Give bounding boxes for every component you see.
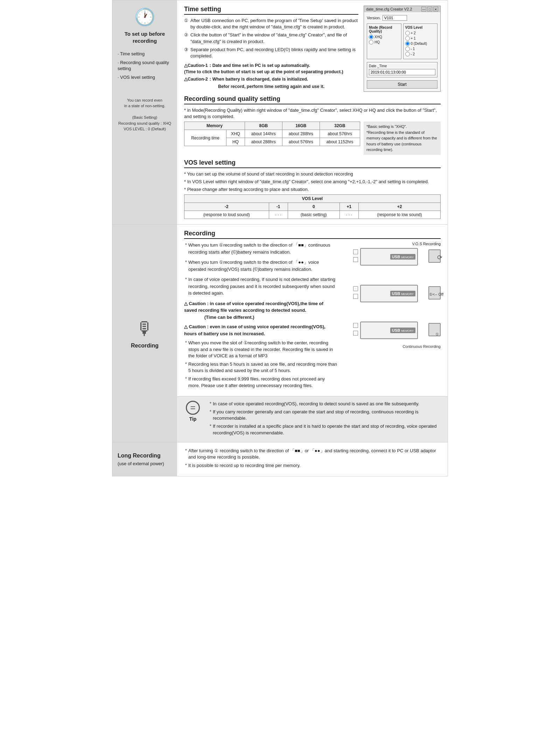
off-label: ①<-- Off xyxy=(429,292,443,297)
vos-m2-label: - 2 xyxy=(411,52,415,56)
start-button[interactable]: Start xyxy=(367,80,438,89)
btn-sq-1b xyxy=(353,257,358,262)
vos-col-m2: -2 xyxy=(184,203,269,211)
vos-m1-radio[interactable] xyxy=(405,47,410,51)
usb-body-3: USB MEMORY xyxy=(360,322,418,339)
long-recording-title: Long Recording xyxy=(118,452,172,460)
extra-bullet-1: When you move the slot of ①recording swi… xyxy=(184,340,337,359)
setup-main-content: Time setting ① After USB connection on P… xyxy=(177,0,448,224)
long-recording-content: After turning ① recording switch to the … xyxy=(177,442,448,476)
xhq-radio-row: XHQ xyxy=(369,35,399,39)
version-input[interactable] xyxy=(383,15,407,21)
section-setup: 🕐 To set up before recording · Time sett… xyxy=(112,0,448,225)
vos-0-radio[interactable] xyxy=(405,41,410,46)
tip-content: In case of voice operated recording(VOS)… xyxy=(209,401,441,438)
vos-0-row: 0 (Default) xyxy=(405,41,436,46)
diagram-off: USB MEMORY ①<-- Off xyxy=(350,278,441,310)
vos-m2-radio[interactable] xyxy=(405,52,410,56)
vos-p1-row: + 1 xyxy=(405,36,436,41)
cell-hq-32gb: about 1152hrs xyxy=(320,138,360,146)
vos-val-p1: · · · xyxy=(340,211,358,219)
dialog-close-button[interactable]: ✕ xyxy=(433,7,438,12)
vos-panel-title: VOS Level xyxy=(405,26,436,29)
xhq-radio[interactable] xyxy=(369,35,373,39)
vos-section: VOS level setting * You can set up the v… xyxy=(184,159,441,219)
tip-label: Tip xyxy=(189,416,197,422)
dialog-box: date_time.cfg Creator V2.2 — □ ✕ Version… xyxy=(364,6,441,92)
long-recording-subtitle: (use of external power) xyxy=(118,461,172,466)
vos-p2-label: + 2 xyxy=(411,31,416,35)
caution-vos-1: △ Caution : in case of voice operated re… xyxy=(184,300,337,321)
microphone-icon: 🎙 xyxy=(136,318,154,339)
caution-2: △Caution-2：When battery is discharged, d… xyxy=(184,76,358,83)
vos-p1-label: + 1 xyxy=(411,36,416,40)
vos-col-0: 0 xyxy=(288,203,340,211)
recording-text: ＊ When you turn ①recording switch to the… xyxy=(184,242,337,391)
time-setting-steps: ① After USB connection on PC, perform th… xyxy=(184,18,358,59)
btn-sq-3a xyxy=(353,323,358,328)
date-label: Date _Time xyxy=(369,64,435,68)
dialog-titlebar: date_time.cfg Creator V2.2 — □ ✕ xyxy=(364,6,440,12)
btn-sq-3b xyxy=(353,331,358,336)
vos-val-m1: · · · xyxy=(269,211,288,219)
vos-m1-label: - 1 xyxy=(411,47,415,51)
vos-panel: VOS Level + 2 + 1 0 (Defau xyxy=(403,23,438,59)
switch-num-3: ① xyxy=(435,332,439,337)
vos-val-0: (basic setting) xyxy=(288,211,340,219)
step-1: ① After USB connection on PC, perform th… xyxy=(184,18,358,30)
usb-buttons-1 xyxy=(353,249,358,262)
dialog-body: Version. Mode (Record Quality) XHQ xyxy=(364,12,440,91)
usb-label-2: USB MEMORY xyxy=(390,291,415,296)
xhq-label: XHQ xyxy=(374,35,382,39)
clock-icon: 🕐 xyxy=(134,7,155,27)
cell-xhq-32gb: about 576hrs xyxy=(320,130,360,138)
vos-m2-row: - 2 xyxy=(405,52,436,56)
dialog-buttons: — □ ✕ xyxy=(421,7,438,12)
dialog-minimize-button[interactable]: — xyxy=(421,7,426,12)
cell-xhq-16gb: about 288hrs xyxy=(282,130,320,138)
col-memory: Memory xyxy=(184,122,245,130)
dialog-version-row: Version. xyxy=(367,15,438,21)
vos-p1-radio[interactable] xyxy=(405,36,410,41)
sidebar-note: You can record evenin a state of non-set… xyxy=(118,97,171,132)
equals-icon: = xyxy=(186,401,200,415)
extra-bullet-2: Recording less than 5 hours is saved as … xyxy=(184,361,337,374)
hq-radio-row: HQ xyxy=(369,40,399,44)
vos-table: VOS Level -2 -1 0 +1 +2 (response to lou… xyxy=(184,194,441,219)
quality-table: Memory 8GB 16GB 32GB Recording time XHQ … xyxy=(184,122,360,146)
time-setting-text: Time setting ① After USB connection on P… xyxy=(184,6,358,92)
btn-sq-2a xyxy=(353,286,358,291)
mode-panel: Mode (Record Quality) XHQ HQ xyxy=(367,23,401,59)
col-16gb: 16GB xyxy=(282,122,320,130)
recording-content: Recording ＊ When you turn ①recording swi… xyxy=(177,225,448,396)
date-input[interactable] xyxy=(369,69,435,75)
time-setting-title: Time setting xyxy=(184,6,358,15)
table-row-xhq: Recording time XHQ about 144hrs about 28… xyxy=(184,130,360,138)
quality-table-row: Memory 8GB 16GB 32GB Recording time XHQ … xyxy=(184,122,441,155)
dialog-title: date_time.cfg Creator V2.2 xyxy=(366,7,412,11)
vos-p2-radio[interactable] xyxy=(405,31,410,35)
tip-section: = Tip In case of voice operated recordin… xyxy=(177,396,448,442)
quality-note: *Basic setting is "XHQ". *Recording time… xyxy=(364,122,441,155)
vos-col-p2: +2 xyxy=(358,203,440,211)
cell-xhq: XHQ xyxy=(226,130,245,138)
switch-arrow-1: ⟳ xyxy=(437,254,442,261)
quality-title: Recording sound quality setting xyxy=(184,95,441,104)
recording-bullet-3: ＊ In case of voice operated recording, i… xyxy=(184,276,337,297)
section-recording: 🎙 Recording Recording ＊ When you turn ①r… xyxy=(112,225,448,442)
vos-title: VOS level setting xyxy=(184,159,441,168)
usb-body-1: USB MEMORY xyxy=(360,248,418,266)
vos-p2-row: + 2 xyxy=(405,31,436,35)
caution-vos-2: △ Caution : even in case of using voice … xyxy=(184,323,337,337)
sidebar-menu-item-vos: · VOS level setting xyxy=(118,75,172,81)
vos-bullet-1: * You can set up the volume of sound of … xyxy=(184,171,441,177)
cell-xhq-8gb: about 144hrs xyxy=(245,130,282,138)
diagram-vos: V.O.S Recording USB MEMORY xyxy=(350,242,441,273)
sidebar-recording: 🎙 Recording xyxy=(112,225,177,442)
vos-header: VOS Level xyxy=(184,195,441,203)
sidebar-setup: 🕐 To set up before recording · Time sett… xyxy=(112,0,177,224)
hq-radio[interactable] xyxy=(369,40,373,44)
vos-recording-label: V.O.S Recording xyxy=(412,242,441,246)
tip-bullet-1: In case of voice operated recording(VOS)… xyxy=(209,401,441,407)
dialog-restore-button[interactable]: □ xyxy=(427,7,432,12)
